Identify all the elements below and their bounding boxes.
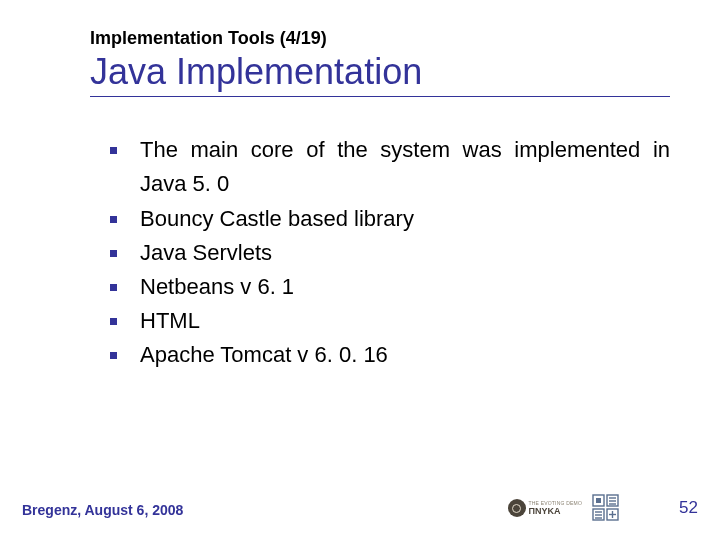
bullet-list: The main core of the system was implemen… [90, 133, 670, 372]
logos: THE EVOTING DEMO ΠΝΥΚΑ [508, 494, 620, 522]
footer-location: Bregenz, August 6, 2008 [22, 502, 183, 518]
pnyka-icon [508, 499, 526, 517]
list-item: Netbeans v 6. 1 [110, 270, 670, 304]
page-title: Java Implementation [90, 51, 670, 97]
list-item: The main core of the system was implemen… [110, 133, 670, 201]
pnyka-text: ΠΝΥΚΑ [529, 507, 582, 516]
svg-rect-4 [596, 498, 601, 503]
list-item: Apache Tomcat v 6. 0. 16 [110, 338, 670, 372]
list-item: Bouncy Castle based library [110, 202, 670, 236]
institution-logo [592, 494, 620, 522]
list-item: HTML [110, 304, 670, 338]
breadcrumb: Implementation Tools (4/19) [90, 28, 670, 49]
list-item: Java Servlets [110, 236, 670, 270]
pnyka-logo: THE EVOTING DEMO ΠΝΥΚΑ [508, 499, 582, 517]
page-number: 52 [679, 498, 698, 518]
